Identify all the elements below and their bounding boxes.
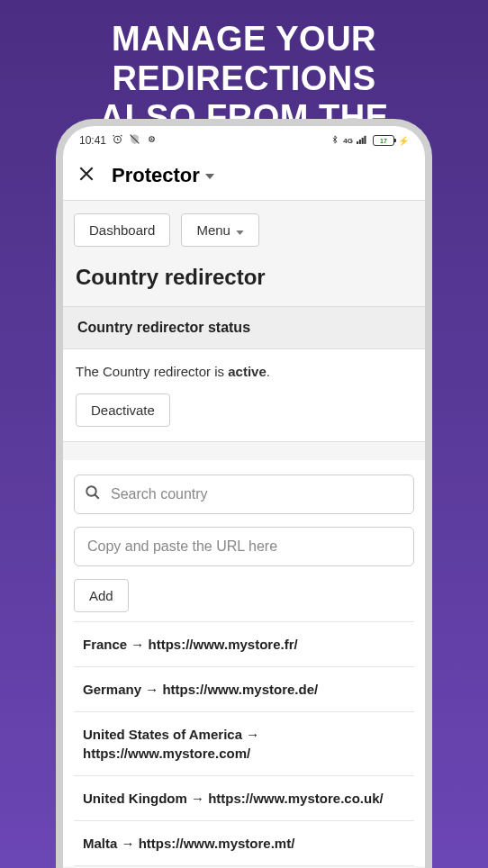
form-area: Add — [63, 460, 425, 621]
svg-rect-3 — [357, 141, 358, 144]
list-item[interactable]: Germany → https://www.mystore.de/ — [74, 667, 414, 712]
list-item[interactable]: France → https://www.mystore.fr/ — [74, 621, 414, 667]
list-item[interactable]: Malta → https://www.mystore.mt/ — [74, 821, 414, 866]
close-icon[interactable] — [77, 165, 95, 186]
arrow-icon: → — [187, 791, 208, 806]
battery-icon: 17 — [373, 135, 394, 146]
search-input[interactable] — [74, 475, 414, 514]
app-header: Protector — [63, 155, 425, 201]
row-url: https://www.mystore.fr/ — [149, 637, 298, 652]
svg-rect-4 — [359, 140, 361, 144]
arrow-icon: → — [141, 682, 162, 697]
arrow-icon: → — [117, 836, 138, 851]
status-time: 10:41 — [79, 134, 106, 147]
svg-rect-6 — [364, 135, 366, 143]
arrow-icon: → — [242, 727, 259, 742]
row-country: United Kingdom — [83, 791, 187, 806]
row-url: https://www.mystore.mt/ — [139, 836, 295, 851]
redirect-list: France → https://www.mystore.fr/ Germany… — [63, 621, 425, 866]
row-url: https://www.mystore.com/ — [83, 746, 250, 761]
status-section-body: The Country redirector is active. Deacti… — [63, 349, 425, 442]
list-item[interactable]: United Kingdom → https://www.mystore.co.… — [74, 776, 414, 821]
row-url: https://www.mystore.de/ — [162, 682, 318, 697]
caret-down-icon — [205, 171, 214, 181]
svg-point-7 — [86, 486, 96, 496]
page-title: Country redirector — [63, 259, 425, 306]
section-gap — [63, 442, 425, 460]
signal-icon — [357, 134, 369, 148]
row-country: Malta — [83, 836, 117, 851]
svg-rect-5 — [362, 137, 364, 143]
target-icon — [146, 133, 158, 148]
charging-icon: ⚡ — [398, 136, 409, 146]
bluetooth-icon — [330, 134, 339, 148]
search-icon — [85, 484, 101, 504]
row-url: https://www.mystore.co.uk/ — [208, 791, 383, 806]
arrow-icon: → — [127, 637, 148, 652]
app-title-text: Protector — [112, 164, 200, 187]
status-right: 4G 17 ⚡ — [330, 134, 409, 148]
status-text: The Country redirector is active. — [76, 364, 412, 379]
svg-point-2 — [151, 139, 152, 140]
dnd-icon — [129, 133, 140, 148]
row-country: France — [83, 637, 127, 652]
url-input[interactable] — [74, 527, 414, 566]
status-section-header: Country redirector status — [63, 306, 425, 349]
row-country: United States of America — [83, 727, 242, 742]
status-left: 10:41 — [79, 133, 158, 148]
menu-button[interactable]: Menu — [181, 213, 259, 247]
caret-down-icon — [236, 222, 244, 238]
deactivate-button[interactable]: Deactivate — [76, 393, 170, 427]
network-4g-icon: 4G — [343, 137, 353, 145]
status-bar: 10:41 4G 17 ⚡ — [63, 126, 425, 155]
toolbar: Dashboard Menu — [63, 201, 425, 259]
dashboard-button[interactable]: Dashboard — [74, 213, 170, 247]
status-value: active — [228, 364, 267, 379]
content-area: Dashboard Menu Country redirector Countr… — [63, 201, 425, 868]
marketing-line1: Manage your redirections — [11, 20, 477, 98]
alarm-icon — [112, 133, 123, 148]
list-item[interactable]: United States of America → https://www.m… — [74, 712, 414, 776]
row-country: Germany — [83, 682, 141, 697]
add-button[interactable]: Add — [74, 579, 129, 612]
phone-screen: 10:41 4G 17 ⚡ — [63, 126, 425, 868]
phone-frame: 10:41 4G 17 ⚡ — [56, 119, 432, 868]
app-title-dropdown[interactable]: Protector — [112, 164, 214, 187]
